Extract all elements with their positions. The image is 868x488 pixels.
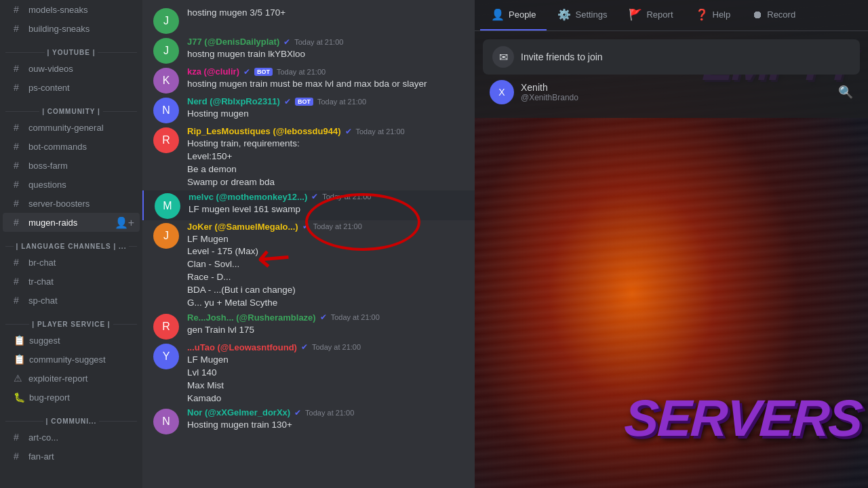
- sidebar-item-ps-content[interactable]: # ps-content: [3, 78, 140, 97]
- tab-record[interactable]: ⏺ Record: [741, 0, 806, 30]
- tab-report[interactable]: 🚩 Report: [618, 0, 684, 30]
- tab-help[interactable]: ❓ Help: [684, 0, 742, 30]
- sidebar-item-community-suggest[interactable]: 📋 community-suggest: [3, 350, 140, 369]
- message-timestamp: Today at 21:00: [305, 409, 354, 417]
- verified-icon: ✔: [320, 312, 327, 322]
- hash-icon: #: [14, 23, 24, 34]
- sidebar-item-bot-commands[interactable]: # bot-commands: [3, 137, 140, 156]
- message-0: J hosting mugen 3/5 170+: [142, 5, 475, 35]
- message-text: hosting mugen 3/5 170+: [187, 7, 464, 20]
- avatar: N: [153, 98, 179, 123]
- message-6: J JoKer (@SamuelMegalo...) ✔ Today at 21…: [142, 220, 475, 311]
- tab-settings[interactable]: ⚙️ Settings: [547, 0, 618, 30]
- hash-icon: #: [14, 295, 24, 306]
- help-icon: ❓: [695, 8, 709, 21]
- hash-icon: #: [14, 63, 24, 74]
- message-text: LF Mugen Level - 175 (Max) Clan - Sovl..…: [187, 233, 464, 310]
- message-username: Nor (@xXGelmer_dorXx): [187, 407, 290, 418]
- sidebar-item-server-boosters[interactable]: # server-boosters: [3, 194, 140, 213]
- bot-tag: BOT: [254, 68, 273, 76]
- message-content: Re...Josh... (@Rusheramblaze) ✔ Today at…: [187, 312, 464, 337]
- sidebar-item-building-sneaks[interactable]: # building-sneaks: [3, 19, 140, 38]
- category-player-service[interactable]: | PLAYER SERVICE |: [0, 310, 142, 331]
- sidebar-item-models-sneaks[interactable]: # models-sneaks: [3, 0, 140, 19]
- verified-icon: ✔: [283, 37, 290, 47]
- sidebar-item-label: mugen-raids: [28, 218, 77, 228]
- tab-label: Record: [767, 9, 795, 20]
- divider-right: [99, 421, 137, 422]
- sidebar-item-mugen-raids[interactable]: # mugen-raids 👤+: [3, 213, 140, 232]
- message-timestamp: Today at 21:00: [317, 98, 366, 106]
- sidebar-item-exploiter-report[interactable]: ⚠ exploiter-report: [3, 369, 140, 388]
- sidebar-item-community-general[interactable]: # community-general: [3, 118, 140, 137]
- sidebar-item-questions[interactable]: # questions: [3, 175, 140, 194]
- category-label: | COMMUNITY |: [42, 108, 100, 115]
- message-content: J77 (@DenisDailyplat) ✔ Today at 21:00 h…: [187, 37, 464, 61]
- message-content: Rip_LesMoustiques (@lebossdu944) ✔ Today…: [187, 126, 464, 189]
- message-text: Hosting mugen train 130+: [187, 419, 464, 432]
- tab-label: Report: [646, 9, 673, 20]
- chat-messages[interactable]: J hosting mugen 3/5 170+ J J77 (@DenisDa…: [142, 0, 475, 488]
- sidebar-item-br-chat[interactable]: # br-chat: [3, 253, 140, 272]
- bug-icon: 🐛: [14, 392, 25, 403]
- sidebar-item-label: models-sneaks: [28, 5, 87, 15]
- add-member-icon[interactable]: 👤+: [115, 216, 134, 229]
- hash-icon: #: [14, 4, 24, 15]
- sidebar-item-label: br-chat: [28, 258, 56, 268]
- sidebar-item-tr-chat[interactable]: # tr-chat: [3, 272, 140, 291]
- message-timestamp: Today at 21:00: [322, 192, 371, 201]
- chat-main: J hosting mugen 3/5 170+ J J77 (@DenisDa…: [142, 0, 475, 488]
- sidebar-item-label: fan-art: [28, 451, 54, 462]
- sidebar-item-art-co[interactable]: # art-co...: [3, 428, 140, 447]
- sidebar-item-suggest[interactable]: 📋 suggest: [3, 331, 140, 350]
- message-3: N Nerd (@RblxpRo2311) ✔ BOT Today at 21:…: [142, 95, 475, 125]
- clipboard-icon: 📋: [14, 335, 25, 346]
- search-member-icon[interactable]: 🔍: [838, 85, 853, 100]
- sidebar-item-label: questions: [28, 180, 66, 190]
- sidebar-item-boss-farm[interactable]: # boss-farm: [3, 156, 140, 175]
- sidebar-item-fan-art[interactable]: # fan-art: [3, 447, 140, 466]
- invite-label: Invite friends to join: [521, 52, 603, 62]
- message-header: melvc (@mothemonkey12...) ✔ Today at 21:…: [189, 192, 464, 202]
- divider-left: [5, 246, 14, 247]
- sidebar-item-label: sp-chat: [28, 296, 58, 306]
- sidebar-item-label: bot-commands: [28, 142, 87, 152]
- avatar: K: [153, 68, 179, 94]
- verified-icon: ✔: [284, 97, 291, 106]
- people-icon: 👤: [491, 8, 505, 21]
- category-community[interactable]: | COMMUNITY |: [0, 97, 142, 118]
- member-name: Xenith: [521, 82, 831, 93]
- divider-left: [5, 421, 43, 422]
- message-header: J77 (@DenisDailyplat) ✔ Today at 21:00: [187, 37, 464, 47]
- sidebar-item-sp-chat[interactable]: # sp-chat: [3, 291, 140, 310]
- category-community2[interactable]: | COMMUNI...: [0, 407, 142, 428]
- message-content: ...uTao (@Leowasntfound) ✔ Today at 21:0…: [187, 342, 464, 405]
- tab-people[interactable]: 👤 People: [480, 0, 547, 30]
- sidebar-item-ouw-videos[interactable]: # ouw-videos: [3, 59, 140, 78]
- category-youtube[interactable]: | YOUTUBE |: [0, 38, 142, 59]
- people-panel-wrapper: EMPTY SERVERS 👤 People ⚙️ Settings 🚩 Rep…: [475, 0, 868, 488]
- sidebar-item-bug-report[interactable]: 🐛 bug-report: [3, 388, 140, 407]
- hash-icon: #: [14, 179, 24, 190]
- divider-right: [103, 111, 137, 112]
- message-text: hostng mugen train lkYBXloo: [187, 48, 464, 61]
- category-language[interactable]: | LANGUAGE CHANNELS | ...: [0, 232, 142, 253]
- message-header: JoKer (@SamuelMegalo...) ✔ Today at 21:0…: [187, 222, 464, 232]
- category-label: | PLAYER SERVICE |: [32, 321, 110, 328]
- message-2: K kza (@clulir) ✔ BOT Today at 21:00 hos…: [142, 65, 475, 95]
- message-username: Rip_LesMoustiques (@lebossdu944): [187, 126, 341, 136]
- verified-icon: ✔: [302, 222, 309, 231]
- message-username: JoKer (@SamuelMegalo...): [187, 222, 298, 232]
- member-item[interactable]: X Xenith @XenithBrando 🔍: [483, 75, 860, 110]
- mail-icon: ✉: [492, 46, 514, 68]
- message-header: Re...Josh... (@Rusheramblaze) ✔ Today at…: [187, 312, 464, 323]
- tab-label: People: [509, 9, 536, 20]
- message-username: melvc (@mothemonkey12...): [189, 192, 307, 202]
- invite-friends-button[interactable]: ✉ Invite friends to join: [483, 39, 860, 75]
- avatar: J: [153, 38, 179, 64]
- hash-icon: #: [14, 257, 24, 268]
- message-username: ...uTao (@Leowasntfound): [187, 342, 297, 352]
- report-icon: 🚩: [629, 8, 642, 21]
- verified-icon: ✔: [311, 192, 318, 201]
- sidebar-item-label: tr-chat: [28, 277, 54, 287]
